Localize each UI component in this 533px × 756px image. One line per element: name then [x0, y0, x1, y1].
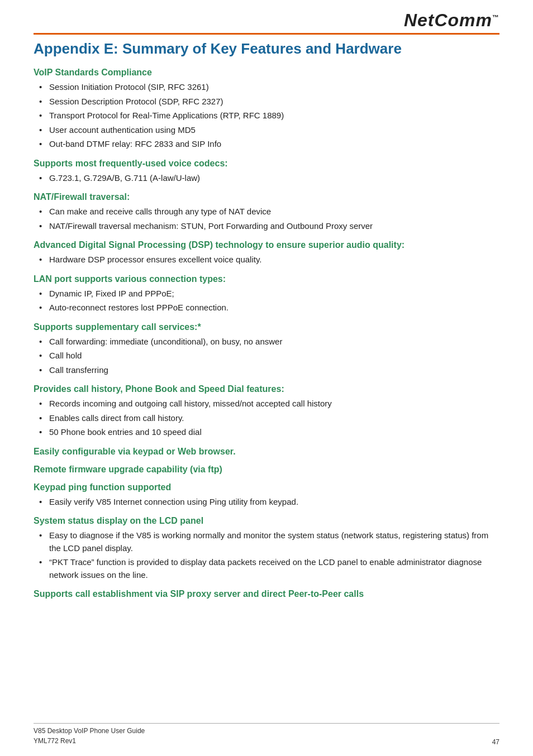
list-item: Records incoming and outgoing call histo… [34, 398, 499, 410]
section-heading-sip-proxy: Supports call establishment via SIP prox… [34, 589, 499, 599]
footer: V85 Desktop VoIP Phone User Guide YML772… [34, 723, 499, 746]
page-wrapper: NetComm™ Appendix E: Summary of Key Feat… [0, 0, 533, 756]
list-system-status: Easy to diagnose if the V85 is working n… [34, 529, 499, 581]
list-item: Session Description Protocol (SDP, RFC 2… [34, 95, 499, 108]
list-item: Can make and receive calls through any t… [34, 205, 499, 218]
list-call-services: Call forwarding: immediate (unconditiona… [34, 336, 499, 377]
list-item: Easily verify V85 Internet connection us… [34, 496, 499, 509]
list-item: Enables calls direct from call history. [34, 412, 499, 425]
list-lan-port: Dynamic IP, Fixed IP and PPPoE; Auto-rec… [34, 288, 499, 314]
page-title: Appendix E: Summary of Key Features and … [34, 40, 499, 58]
list-item: Dynamic IP, Fixed IP and PPPoE; [34, 288, 499, 300]
section-heading-nat-firewall: NAT/Firewall traversal: [34, 192, 499, 202]
header-divider [34, 33, 499, 35]
section-heading-call-services: Supports supplementary call services:* [34, 322, 499, 332]
list-item: Out-band DTMF relay: RFC 2833 and SIP In… [34, 138, 499, 151]
section-heading-lan-port: LAN port supports various connection typ… [34, 274, 499, 284]
list-item: Transport Protocol for Real-Time Applica… [34, 109, 499, 122]
list-item: G.723.1, G.729A/B, G.711 (A-law/U-law) [34, 172, 499, 185]
list-item: Call forwarding: immediate (unconditiona… [34, 336, 499, 348]
main-content: Appendix E: Summary of Key Features and … [34, 40, 499, 636]
section-heading-system-status: System status display on the LCD panel [34, 516, 499, 526]
footer-page-number: 47 [492, 738, 499, 746]
footer-left-line1: V85 Desktop VoIP Phone User Guide [34, 726, 145, 736]
list-voice-codecs: G.723.1, G.729A/B, G.711 (A-law/U-law) [34, 172, 499, 185]
section-heading-voice-codecs: Supports most frequently-used voice code… [34, 159, 499, 169]
logo-text: NetComm [404, 10, 492, 30]
section-heading-dsp: Advanced Digital Signal Processing (DSP)… [34, 240, 499, 250]
list-keypad-ping: Easily verify V85 Internet connection us… [34, 496, 499, 509]
list-item: Session Initiation Protocol (SIP, RFC 32… [34, 81, 499, 94]
section-heading-configurable: Easily configurable via keypad or Web br… [34, 447, 499, 457]
list-dsp: Hardware DSP processor ensures excellent… [34, 253, 499, 266]
list-item: 50 Phone book entries and 10 speed dial [34, 426, 499, 439]
list-item: User account authentication using MD5 [34, 124, 499, 137]
list-call-history: Records incoming and outgoing call histo… [34, 398, 499, 439]
section-heading-firmware-upgrade: Remote firmware upgrade capability (via … [34, 465, 499, 475]
section-heading-call-history: Provides call history, Phone Book and Sp… [34, 384, 499, 394]
list-nat-firewall: Can make and receive calls through any t… [34, 205, 499, 232]
section-heading-keypad-ping: Keypad ping function supported [34, 482, 499, 492]
list-item: NAT/Firewall traversal mechanism: STUN, … [34, 220, 499, 233]
logo: NetComm™ [404, 10, 499, 31]
list-item: Call transferring [34, 364, 499, 377]
list-item: Call hold [34, 350, 499, 362]
list-item: Hardware DSP processor ensures excellent… [34, 253, 499, 266]
header-logo-area: NetComm™ [34, 10, 499, 31]
list-item: Auto-reconnect restores lost PPPoE conne… [34, 302, 499, 314]
list-item: “PKT Trace” function is provided to disp… [34, 556, 499, 581]
footer-left: V85 Desktop VoIP Phone User Guide YML772… [34, 726, 145, 746]
footer-left-line2: YML772 Rev1 [34, 736, 145, 746]
list-voip-standards: Session Initiation Protocol (SIP, RFC 32… [34, 81, 499, 151]
section-heading-voip-standards: VoIP Standards Compliance [34, 68, 499, 78]
list-item: Easy to diagnose if the V85 is working n… [34, 529, 499, 554]
logo-tm: ™ [492, 13, 499, 21]
